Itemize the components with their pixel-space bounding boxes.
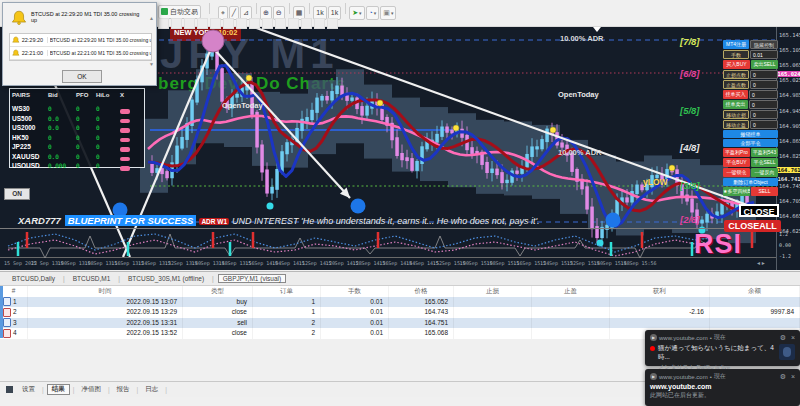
- tester-tab-0[interactable]: 设置: [18, 385, 39, 394]
- panel-button[interactable]: 平仓SELL: [751, 158, 778, 167]
- gear-icon[interactable]: ⚙: [780, 373, 786, 381]
- pair-hilo: 0: [96, 134, 120, 141]
- price-tick-label: 165.025: [779, 77, 800, 83]
- order-close-icon: [3, 329, 11, 338]
- panel-button[interactable]: 平盈利543: [751, 148, 778, 157]
- close-icon[interactable]: ×: [791, 373, 795, 380]
- fraction-label-28: [2/8]: [680, 214, 700, 225]
- price-tick-label: 164.905: [779, 123, 800, 129]
- trade-buttons-panel: MT4注册隐藏控制手数0.01买入BUY卖出SELL止损点数0止盈点数0挂单买入…: [723, 40, 778, 196]
- panel-button[interactable]: 一键反向: [751, 168, 778, 177]
- alert-row[interactable]: 22:21:00BTCUSD at 22:21:00 M1 TDI 35.00 …: [10, 47, 151, 60]
- table-header: 止盈: [532, 286, 610, 297]
- order-open-icon: [3, 297, 11, 306]
- table-cell: 0.01: [321, 328, 389, 339]
- panel-button[interactable]: 撤销挂单: [723, 130, 778, 138]
- panel-value-field[interactable]: 0: [750, 80, 778, 89]
- chart-scroll-arrows[interactable]: ◂ ▸: [757, 259, 765, 266]
- adr-w1-badge[interactable]: ADR W1: [199, 218, 229, 225]
- panel-button[interactable]: 挂单卖出: [723, 100, 748, 109]
- tester-tab-3[interactable]: 报告: [113, 385, 134, 394]
- ylow-label: yLOW: [643, 177, 668, 187]
- close-all-button[interactable]: CLOSEALL: [724, 220, 781, 232]
- notification-site: www.youtube.com: [659, 374, 708, 380]
- alert-time: 22:29:20: [22, 37, 48, 43]
- close-icon[interactable]: ×: [791, 334, 795, 341]
- template-icon[interactable]: ▣▾: [380, 6, 396, 20]
- panel-label: 止盈点数: [723, 80, 749, 89]
- pair-hilo: 0: [96, 162, 120, 169]
- panel-value-field[interactable]: 0: [749, 90, 778, 99]
- table-cell: 0.01: [321, 297, 389, 308]
- time-axis: 15 Sep 202215 Sep 13:0015 Sep 13:0815 Se…: [0, 260, 776, 270]
- ok-button[interactable]: OK: [62, 70, 102, 83]
- panel-value-field[interactable]: 0.01: [750, 50, 778, 59]
- scroll-down-icon[interactable]: ▼: [149, 61, 154, 67]
- table-header: #: [0, 286, 28, 297]
- fraction-label-48: [4/8]: [680, 142, 700, 153]
- price-tick-label: 164.745: [779, 183, 800, 189]
- timeframe-icon[interactable]: ◔▾: [366, 6, 380, 20]
- table-header: 止损: [454, 286, 532, 297]
- tester-tab-4[interactable]: 日志: [141, 385, 162, 394]
- bell-icon: [12, 49, 20, 57]
- chart-tab-btcusd[interactable]: BTCUSD,M1: [69, 275, 115, 282]
- on-toggle-button[interactable]: ON: [4, 188, 30, 200]
- close-button[interactable]: CLOSE: [739, 204, 779, 217]
- toolbar-separator: [209, 3, 210, 14]
- chart-tab-btcusd_30s[interactable]: BTCUSD_30S,M1 (offline): [124, 275, 208, 282]
- panel-button[interactable]: 全部平仓: [723, 139, 778, 147]
- table-cell: 2: [253, 318, 321, 329]
- panel-label: 手数: [723, 50, 749, 59]
- pair-bid: 0.0: [48, 115, 76, 122]
- panel-button[interactable]: SELL: [751, 187, 778, 196]
- table-header: 价格: [389, 286, 454, 297]
- panel-label: 移动止损: [723, 110, 749, 119]
- tester-tab-1[interactable]: 结果: [47, 384, 70, 395]
- pair-symbol: JP225: [12, 143, 48, 150]
- panel-button[interactable]: 隐藏控制: [750, 40, 778, 49]
- chart-tab-gbpjpy[interactable]: GBPJPY,M1 (visual): [218, 274, 286, 283]
- alert-list: 22:29:20BTCUSD at 22:29:20 M1 TDI 35.00 …: [9, 33, 152, 61]
- table-left-strip: [0, 286, 3, 338]
- table-cell: 164.751: [389, 318, 454, 329]
- panel-value-field[interactable]: 0: [750, 110, 778, 119]
- panel-value-field[interactable]: 0: [749, 100, 778, 109]
- notification-youtube-live[interactable]: ▶ www.youtube.com • 現在 ⚙ × 猫が通って知らないうちに始…: [645, 330, 800, 366]
- tester-tab-2[interactable]: 净值图: [77, 385, 105, 394]
- expert-advisor-icon[interactable]: ➤▾: [349, 6, 364, 20]
- bell-icon: [12, 36, 20, 44]
- panel-button[interactable]: ★多空四线BUY: [723, 187, 750, 196]
- table-cell: 9997.84: [710, 307, 800, 318]
- table-cell: [710, 318, 800, 329]
- table-cell: [454, 297, 532, 308]
- live-dot-icon: [650, 346, 655, 351]
- fraction-label-68: [6/8]: [680, 68, 700, 79]
- table-cell: [454, 328, 532, 339]
- table-cell: 2: [253, 328, 321, 339]
- pairs-header: HiLo: [96, 92, 120, 98]
- panel-button[interactable]: 平盈利Pro: [723, 148, 750, 157]
- panel-button[interactable]: 挂单买入: [723, 90, 748, 99]
- price-tick-label: 164.945: [779, 108, 800, 114]
- price-tick-label: 164.985: [779, 92, 800, 98]
- table-row[interactable]: 22022.09.15 13:29close10.01164.743-2.169…: [0, 307, 800, 318]
- notification-youtube-updated[interactable]: ▶ www.youtube.com • 現在 ⚙ × www.youtube.c…: [645, 369, 800, 406]
- panel-button[interactable]: 一键锁仓: [723, 168, 750, 177]
- table-row[interactable]: 32022.09.15 13:31sell20.01164.751: [0, 318, 800, 329]
- pair-bid: 0: [48, 105, 76, 112]
- chart-tab-btcusd[interactable]: BTCUSD,Daily: [8, 275, 59, 282]
- gear-icon[interactable]: ⚙: [780, 334, 786, 342]
- alert-row[interactable]: 22:29:20BTCUSD at 22:29:20 M1 TDI 35.00 …: [10, 34, 151, 47]
- table-row[interactable]: 12022.09.15 13:07buy10.01165.052: [0, 297, 800, 308]
- panel-value-field[interactable]: 0: [750, 120, 778, 129]
- panel-button[interactable]: 删除订单Object: [723, 178, 778, 186]
- price-tick-label: 165.065: [779, 62, 800, 68]
- panel-button[interactable]: 买入BUY: [723, 60, 750, 69]
- panel-button[interactable]: 平仓BUY: [723, 158, 750, 167]
- panel-button[interactable]: 卖出SELL: [751, 60, 778, 69]
- panel-button[interactable]: MT4注册: [723, 40, 749, 49]
- panel-value-field[interactable]: 0: [750, 70, 778, 79]
- scroll-up-icon[interactable]: ▲: [149, 15, 154, 21]
- dot-separator: •: [710, 374, 712, 380]
